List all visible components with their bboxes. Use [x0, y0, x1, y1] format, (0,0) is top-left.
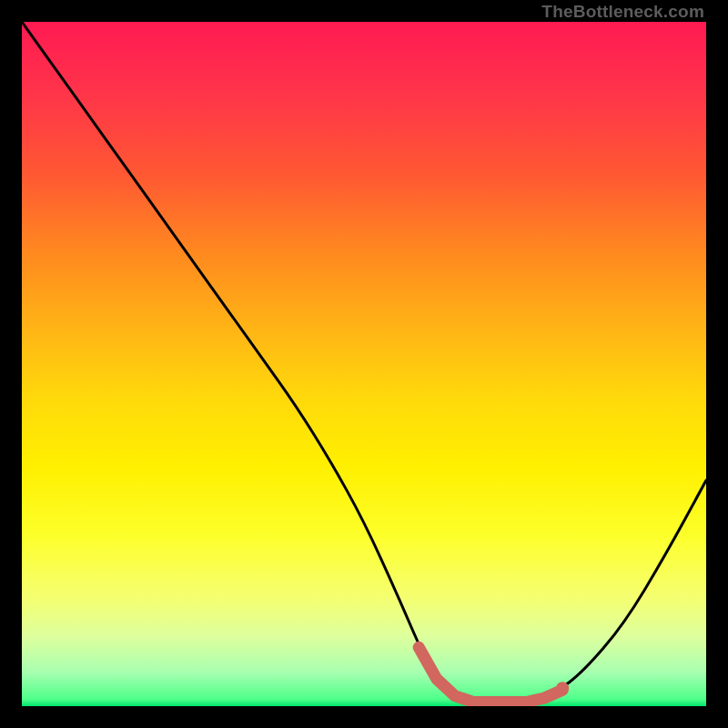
- optimal-range-end-dot: [556, 682, 569, 694]
- attribution-label: TheBottleneck.com: [541, 2, 704, 22]
- bottleneck-curve-path: [22, 22, 706, 699]
- curve-layer: [22, 22, 706, 706]
- chart-stage: TheBottleneck.com: [0, 0, 728, 728]
- optimal-range-marker: [419, 647, 562, 702]
- plot-area: [22, 22, 706, 706]
